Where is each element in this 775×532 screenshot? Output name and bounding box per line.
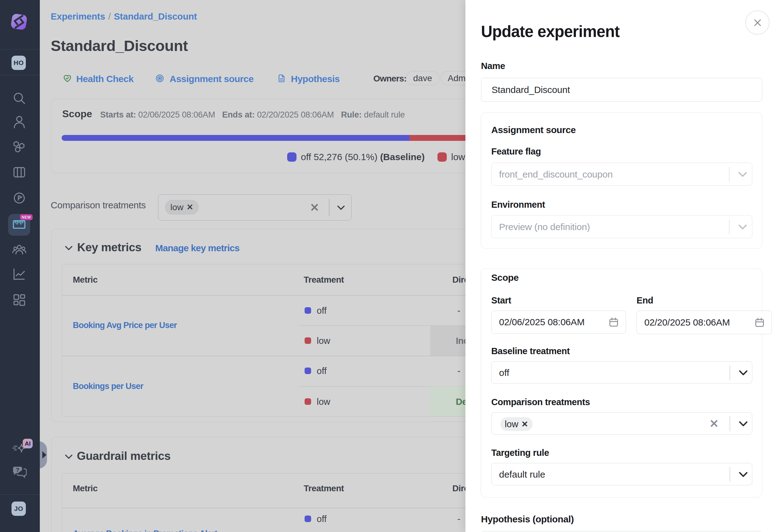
svg-text:?: ?	[16, 467, 19, 473]
